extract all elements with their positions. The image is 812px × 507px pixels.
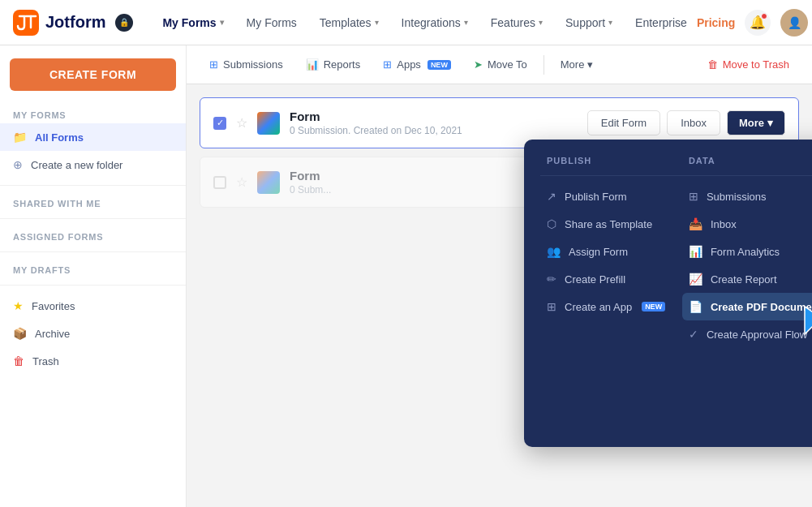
star-toggle[interactable]: ☆ (236, 115, 247, 131)
toolbar-separator (543, 55, 544, 75)
sidebar-item-create-folder[interactable]: ⊕ Create a new folder (0, 151, 186, 178)
chevron-down-icon-4: ▾ (539, 18, 543, 27)
more-button-row[interactable]: More ▾ (727, 110, 785, 135)
nav-my-forms[interactable]: My Forms ▾ (153, 10, 233, 36)
svg-rect-0 (13, 10, 39, 36)
trash-icon: 🗑 (13, 354, 24, 367)
star-toggle-2[interactable]: ☆ (236, 174, 247, 190)
main-layout: CREATE FORM MY FORMS 📁 All Forms ⊕ Creat… (0, 45, 812, 507)
sidebar-divider-4 (0, 285, 186, 286)
move-icon: ➤ (474, 58, 483, 71)
notification-dot (761, 13, 767, 19)
report-icon: 📊 (306, 58, 319, 71)
form-checkbox-checked[interactable]: ✓ (213, 117, 226, 130)
chevron-down-icon-5: ▾ (608, 18, 612, 27)
new-badge: NEW (427, 60, 451, 70)
more-toolbar-button[interactable]: More ▾ (551, 53, 604, 76)
create-approval-item[interactable]: ✓ Create Approval Flow (682, 320, 812, 348)
move-to-button[interactable]: ➤ Move To (464, 53, 537, 76)
assigned-forms-label: ASSIGNED FORMS (0, 226, 186, 245)
toolbar: ⊞ Submissions 📊 Reports ⊞ Apps NEW ➤ Mov… (187, 45, 812, 84)
form-name: Form (290, 110, 578, 123)
sidebar-item-all-forms[interactable]: 📁 All Forms (0, 123, 186, 151)
content-area: ⊞ Submissions 📊 Reports ⊞ Apps NEW ➤ Mov… (187, 45, 812, 507)
report-icon-dd: 📈 (689, 273, 702, 286)
edit-form-button[interactable]: Edit Form (587, 110, 660, 135)
logo-text: Jotform (45, 13, 105, 32)
data-column: DATA ⊞ Submissions 📥 Inbox 📊 Form Analyt… (682, 156, 812, 431)
publish-form-item[interactable]: ↗ Publish Form (540, 183, 682, 210)
sidebar-item-trash[interactable]: 🗑 Trash (0, 347, 186, 375)
check-icon: ✓ (217, 118, 224, 128)
create-report-item[interactable]: 📈 Create Report (682, 265, 812, 293)
star-icon: ★ (13, 299, 24, 312)
sidebar: CREATE FORM MY FORMS 📁 All Forms ⊕ Creat… (0, 45, 187, 507)
my-forms-section-label: MY FORMS (0, 104, 186, 123)
assign-form-item[interactable]: 👥 Assign Form (540, 238, 682, 265)
nav-links: My Forms ▾ My Forms Templates ▾ Integrat… (153, 10, 696, 36)
move-to-trash-button[interactable]: 🗑 Move to Trash (698, 53, 799, 76)
share-template-item[interactable]: ⬡ Share as Template (540, 210, 682, 238)
analytics-icon: 📊 (689, 245, 702, 258)
chevron-down-icon-more: ▾ (587, 58, 593, 71)
nav-right: Pricing 🔔 👤 (697, 9, 808, 37)
inbox-icon: 📥 (689, 217, 702, 230)
sidebar-divider-2 (0, 218, 186, 219)
create-pdf-item[interactable]: 📄 Create PDF Document (682, 293, 812, 320)
reports-button[interactable]: 📊 Reports (296, 53, 371, 76)
nav-enterprise[interactable]: Enterprise (625, 10, 697, 36)
nav-support[interactable]: Support ▾ (556, 10, 622, 36)
apps-button[interactable]: ⊞ Apps NEW (373, 53, 461, 76)
create-prefill-item[interactable]: ✏ Create Prefill (540, 265, 682, 293)
form-actions: Edit Form Inbox More ▾ (587, 110, 785, 135)
chevron-down-icon-3: ▾ (464, 18, 468, 27)
lock-badge: 🔒 (115, 14, 133, 32)
form-color-indicator-2 (257, 171, 280, 194)
my-drafts-label: MY DRAFTS (0, 259, 186, 278)
grid-icon: ⊞ (209, 58, 218, 71)
apps-icon: ⊞ (383, 58, 392, 71)
form-meta: 0 Submission. Created on Dec 10, 2021 (290, 125, 578, 136)
sidebar-item-archive[interactable]: 📦 Archive (0, 320, 186, 347)
publish-column: PUBLISH ↗ Publish Form ⬡ Share as Templa… (540, 156, 682, 431)
nav-integrations[interactable]: Integrations ▾ (392, 10, 478, 36)
top-navigation: Jotform 🔒 My Forms ▾ My Forms Templates … (0, 0, 812, 45)
form-color-indicator (257, 112, 280, 135)
archive-icon: 📦 (13, 327, 27, 340)
avatar[interactable]: 👤 (780, 9, 808, 37)
sidebar-divider-3 (0, 251, 186, 252)
nav-features[interactable]: Features ▾ (481, 10, 552, 36)
trash-red-icon: 🗑 (707, 58, 718, 71)
inbox-button[interactable]: Inbox (667, 110, 720, 135)
chevron-down-icon-row: ▾ (767, 117, 773, 129)
app-icon: ⊞ (547, 300, 556, 313)
inbox-item[interactable]: 📥 Inbox (682, 210, 812, 238)
approval-icon: ✓ (689, 328, 698, 341)
nav-my-forms-2[interactable]: My Forms (237, 10, 307, 36)
submissions-item[interactable]: ⊞ Submissions (682, 183, 812, 210)
chevron-down-icon: ▾ (220, 18, 224, 27)
create-form-button[interactable]: CREATE FORM (10, 58, 176, 91)
form-info: Form 0 Submission. Created on Dec 10, 20… (290, 110, 578, 136)
sidebar-divider-1 (0, 185, 186, 186)
new-badge-app: NEW (642, 302, 665, 312)
data-header: DATA (682, 156, 812, 176)
create-app-item[interactable]: ⊞ Create an App NEW (540, 293, 682, 320)
sidebar-item-favorites[interactable]: ★ Favorites (0, 292, 186, 320)
pricing-link[interactable]: Pricing (697, 16, 735, 29)
prefill-icon: ✏ (547, 273, 556, 286)
logo-area[interactable]: Jotform 🔒 (13, 10, 133, 36)
notifications-button[interactable]: 🔔 (745, 10, 771, 36)
share-icon: ⬡ (547, 217, 556, 230)
submissions-button[interactable]: ⊞ Submissions (200, 53, 293, 76)
publish-header: PUBLISH (540, 156, 682, 176)
submissions-icon: ⊞ (689, 190, 698, 203)
chevron-down-icon-2: ▾ (375, 18, 379, 27)
form-analytics-item[interactable]: 📊 Form Analytics (682, 238, 812, 265)
cursor-arrow (803, 305, 812, 341)
publish-icon: ↗ (547, 190, 556, 203)
jotform-logo-icon (13, 10, 39, 36)
form-checkbox-unchecked[interactable] (213, 176, 226, 189)
nav-templates[interactable]: Templates ▾ (310, 10, 389, 36)
svg-marker-1 (805, 307, 812, 339)
